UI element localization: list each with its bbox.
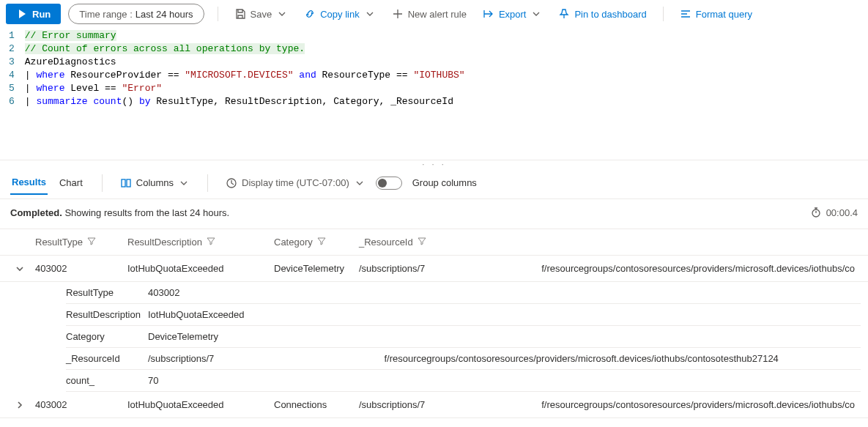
detail-row: ResultDescriptionIotHubQuotaExceeded [66,304,861,326]
query-editor[interactable]: 123456 // Error summary// Count of error… [0,29,868,160]
results-panel-bar: Results Chart Columns Display time (UTC-… [0,167,868,199]
detail-row: count_70 [66,370,861,392]
cell-ResultDescription: DeviceConnectionClosedRemotely [125,420,271,427]
cell-ResultType: 403002 [32,393,125,416]
svg-rect-0 [122,179,125,187]
chevron-down-icon [530,8,542,20]
status-completed: Completed. [10,207,62,218]
run-label: Run [32,9,51,20]
separator [207,174,208,192]
column-header[interactable]: ResultType [32,231,125,253]
clock-icon [226,177,237,189]
pane-splitter[interactable]: · · · [0,160,868,167]
tab-chart[interactable]: Chart [58,171,84,194]
column-header[interactable]: ResultDescription [125,231,271,253]
query-toolbar: Run Time range : Last 24 hours Save Copy… [0,0,868,29]
stopwatch-icon [810,207,822,218]
save-icon [234,8,246,20]
filter-icon[interactable] [207,237,215,248]
query-timer: 00:00.4 [810,207,858,218]
cell-_ResourceId: /subscriptions/7f/resourcegroups/contoso… [356,393,861,416]
cell-ResultType: 403002 [32,257,125,280]
run-button[interactable]: Run [6,4,61,24]
detail-row: ResultType403002 [66,282,861,304]
separator [663,7,664,21]
time-range-picker[interactable]: Time range : Last 24 hours [68,4,204,24]
export-button[interactable]: Export [475,4,550,24]
collapse-icon[interactable] [7,264,32,273]
cell-_ResourceId: /subscriptions/7f/resourcegroups/contoso… [356,420,861,427]
group-columns-toggle[interactable] [376,177,402,190]
timer-value: 00:00.4 [826,207,858,218]
filter-icon[interactable] [317,237,326,248]
link-icon [304,8,316,20]
save-button[interactable]: Save [227,4,296,24]
copy-link-button[interactable]: Copy link [297,4,382,24]
cell-ResultDescription: IotHubQuotaExceeded [125,257,271,280]
chevron-down-icon [276,8,288,20]
status-bar: Completed. Showing results from the last… [0,199,868,229]
columns-icon [120,177,132,189]
status-message: Showing results from the last 24 hours. [64,207,229,218]
cell-Category: Connections [271,420,356,427]
detail-row: _ResourceId/subscriptions/7f/resourcegro… [66,348,861,370]
column-header[interactable]: _ResourceId [356,231,861,253]
table-row[interactable]: 403002IotHubQuotaExceededConnections/sub… [0,392,868,418]
pin-icon [558,8,570,20]
pin-to-dashboard-button[interactable]: Pin to dashboard [551,4,653,24]
editor-content[interactable]: // Error summary// Count of errors acros… [25,29,868,108]
svg-rect-1 [127,179,130,187]
chevron-down-icon [364,8,376,20]
editor-gutter: 123456 [4,29,25,108]
detail-row: CategoryDeviceTelemetry [66,326,861,348]
export-icon [483,8,494,20]
chevron-down-icon [354,177,366,189]
separator [102,174,103,192]
separator [218,7,218,21]
cell-_ResourceId: /subscriptions/7f/resourcegroups/contoso… [356,257,861,280]
time-range-value: Last 24 hours [136,9,193,20]
expand-icon[interactable] [7,401,32,409]
tab-results[interactable]: Results [10,171,48,195]
cell-Category: DeviceTelemetry [271,257,356,280]
column-header[interactable]: Category [271,231,356,253]
grid-header: ResultTypeResultDescriptionCategory_Reso… [0,229,868,256]
filter-icon[interactable] [87,237,96,248]
format-query-button[interactable]: Format query [672,4,760,24]
table-row[interactable]: 404104DeviceConnectionClosedRemotelyConn… [0,418,868,427]
columns-picker[interactable]: Columns [120,173,190,193]
time-range-label: Time range : [79,9,133,20]
cell-ResultType: 404104 [32,420,125,427]
filter-icon[interactable] [418,237,426,248]
new-alert-button[interactable]: New alert rule [385,4,474,24]
plus-icon [392,8,404,20]
display-time-picker[interactable]: Display time (UTC-07:00) [226,173,366,193]
cell-Category: Connections [271,393,356,416]
chevron-down-icon [178,177,190,189]
group-columns-label: Group columns [412,177,477,188]
table-row[interactable]: 403002IotHubQuotaExceededDeviceTelemetry… [0,256,868,282]
format-icon [680,8,691,20]
results-grid: ResultTypeResultDescriptionCategory_Reso… [0,229,868,427]
play-icon [16,8,28,20]
row-detail: ResultType403002ResultDescriptionIotHubQ… [0,282,868,392]
cell-ResultDescription: IotHubQuotaExceeded [125,393,271,416]
